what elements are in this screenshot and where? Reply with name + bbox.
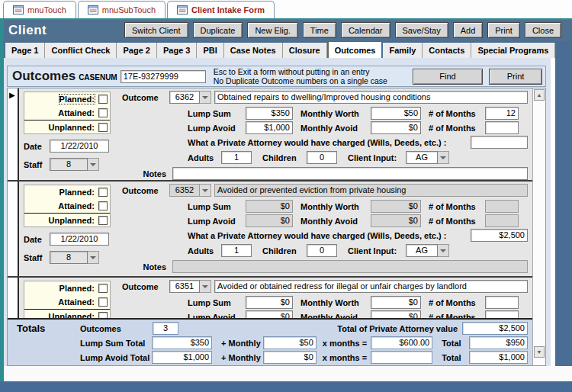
outcome-code[interactable]: 6352 xyxy=(169,184,200,197)
tab-outcomes[interactable]: Outcomes xyxy=(328,41,383,58)
client-input-combo[interactable]: AG xyxy=(406,151,449,164)
children-field[interactable]: 0 xyxy=(307,244,337,257)
children-field[interactable]: 0 xyxy=(307,151,337,164)
tab-page1[interactable]: Page 1 xyxy=(5,43,45,58)
avoid-total-field[interactable]: $1,000 xyxy=(469,351,528,364)
sum-total-field[interactable]: $950 xyxy=(469,336,528,349)
attained-checkbox[interactable] xyxy=(98,201,108,210)
planned-checkbox[interactable] xyxy=(98,188,108,197)
client-input-combo[interactable]: AG xyxy=(406,244,449,257)
dropdown-arrow-icon[interactable] xyxy=(88,158,99,171)
record-selector[interactable]: ▶ xyxy=(8,88,19,180)
staff-value[interactable]: 8 xyxy=(50,251,88,264)
monthly-worth-field[interactable]: $50 xyxy=(371,107,421,120)
vertical-scrollbar[interactable]: ▲ ▼ xyxy=(532,88,545,365)
lump-avoid-total-field[interactable]: $1,000 xyxy=(152,351,212,364)
total-attorney-field[interactable]: $2,500 xyxy=(462,322,528,335)
scroll-up-icon[interactable]: ▲ xyxy=(534,89,545,101)
save-stay-button[interactable]: Save/Stay xyxy=(395,22,448,38)
lump-sum-field[interactable]: $0 xyxy=(246,296,293,309)
outcome-code-combo[interactable]: 6351 xyxy=(169,280,211,293)
record-selector[interactable] xyxy=(8,182,19,276)
worth-months-field[interactable] xyxy=(485,296,519,309)
outcome-description[interactable]: Avoided or prevented eviction from priva… xyxy=(214,184,528,197)
months-product-field[interactable]: $600.00 xyxy=(371,336,432,349)
add-button[interactable]: Add xyxy=(453,22,484,38)
tab-page3[interactable]: Page 3 xyxy=(157,43,197,58)
client-input-value[interactable]: AG xyxy=(406,244,438,257)
lump-avoid-field[interactable]: $1,000 xyxy=(246,121,293,134)
calendar-button[interactable]: Calendar xyxy=(341,22,390,38)
lump-sum-total-field[interactable]: $350 xyxy=(152,336,212,349)
tab-family[interactable]: Family xyxy=(383,43,423,58)
scroll-down-icon[interactable]: ▼ xyxy=(534,346,545,358)
tab-case-notes[interactable]: Case Notes xyxy=(224,43,283,58)
outcomes-count-field[interactable]: 3 xyxy=(153,322,178,335)
outcome-code[interactable]: 6351 xyxy=(169,280,200,293)
time-button[interactable]: Time xyxy=(303,22,336,38)
outcome-code[interactable]: 6362 xyxy=(169,91,200,104)
outcome-code-combo[interactable]: 6362 xyxy=(169,91,211,104)
outcome-description[interactable]: Obtained repairs to dwelling/Improved ho… xyxy=(214,91,528,104)
tab-mnutouch[interactable]: mnuTouch xyxy=(3,1,76,18)
outcome-code-combo[interactable]: 6352 xyxy=(169,184,211,197)
months-product-field[interactable] xyxy=(371,351,432,364)
planned-checkbox[interactable] xyxy=(98,95,108,104)
tab-mnusubtouch[interactable]: mnuSubTouch xyxy=(78,1,165,18)
print-button[interactable]: Print xyxy=(487,22,520,38)
worth-months-field[interactable] xyxy=(485,200,519,213)
close-button[interactable]: Close xyxy=(525,22,561,38)
monthly-worth-field[interactable]: $0 xyxy=(371,296,421,309)
date-field[interactable]: 1/22/2010 xyxy=(50,233,109,246)
adults-field[interactable]: 1 xyxy=(221,244,252,257)
date-field[interactable]: 1/22/2010 xyxy=(50,140,109,153)
tab-conflict-check[interactable]: Conflict Check xyxy=(45,43,117,58)
new-elig-button[interactable]: New Elig. xyxy=(247,22,297,38)
monthly-avoid-field[interactable]: $0 xyxy=(371,214,421,227)
duplicate-button[interactable]: Duplicate xyxy=(193,22,243,38)
dropdown-arrow-icon[interactable] xyxy=(200,91,211,104)
unplanned-checkbox[interactable] xyxy=(98,216,108,225)
attained-checkbox[interactable] xyxy=(98,108,108,117)
tab-page2[interactable]: Page 2 xyxy=(117,43,156,58)
tab-client-intake-form[interactable]: Client Intake Form xyxy=(167,1,275,18)
attained-checkbox[interactable] xyxy=(98,297,108,307)
avoid-months-field[interactable] xyxy=(485,214,519,227)
find-button[interactable]: Find xyxy=(413,69,483,85)
totals-title: Totals xyxy=(17,323,70,334)
monthly-worth-field[interactable]: $0 xyxy=(371,200,421,213)
monthly-sum-field[interactable]: $50 xyxy=(263,336,316,349)
attorney-charge-field[interactable]: $2,500 xyxy=(471,229,528,242)
tab-special-programs[interactable]: Special Programs xyxy=(471,43,555,58)
outcome-description[interactable]: Avoided or obtained redress for illegal … xyxy=(214,280,528,293)
monthly-avoid-field[interactable]: $0 xyxy=(371,121,421,134)
lump-sum-field[interactable]: $0 xyxy=(246,200,293,213)
staff-combo[interactable]: 8 xyxy=(50,251,99,264)
lump-sum-field[interactable]: $350 xyxy=(246,107,293,120)
dropdown-arrow-icon[interactable] xyxy=(200,280,211,293)
unplanned-checkbox[interactable] xyxy=(98,123,108,132)
attorney-charge-field[interactable] xyxy=(471,136,528,149)
adults-field[interactable]: 1 xyxy=(221,151,252,164)
staff-value[interactable]: 8 xyxy=(50,158,88,171)
switch-client-button[interactable]: Switch Client xyxy=(124,22,188,38)
dropdown-arrow-icon[interactable] xyxy=(200,184,211,197)
lump-avoid-field[interactable]: $0 xyxy=(246,214,293,227)
dropdown-arrow-icon[interactable] xyxy=(88,251,99,264)
client-input-value[interactable]: AG xyxy=(406,151,438,164)
notes-field[interactable] xyxy=(172,167,528,180)
planned-checkbox[interactable] xyxy=(98,284,108,293)
tab-contacts[interactable]: Contacts xyxy=(423,43,471,58)
monthly-avoid-total-field[interactable]: $0 xyxy=(263,351,316,364)
avoid-months-field[interactable] xyxy=(485,121,519,134)
notes-field[interactable] xyxy=(172,260,528,273)
worth-months-field[interactable]: 12 xyxy=(485,107,519,120)
adults-label: Adults xyxy=(188,153,221,162)
staff-combo[interactable]: 8 xyxy=(50,158,99,171)
casenum-field[interactable]: 17E-93279999 xyxy=(121,70,206,83)
tab-closure[interactable]: Closure xyxy=(283,43,327,58)
tab-pbi[interactable]: PBI xyxy=(197,43,223,58)
dropdown-arrow-icon[interactable] xyxy=(438,151,449,164)
print-form-button[interactable]: Print xyxy=(489,69,542,85)
dropdown-arrow-icon[interactable] xyxy=(438,244,449,257)
